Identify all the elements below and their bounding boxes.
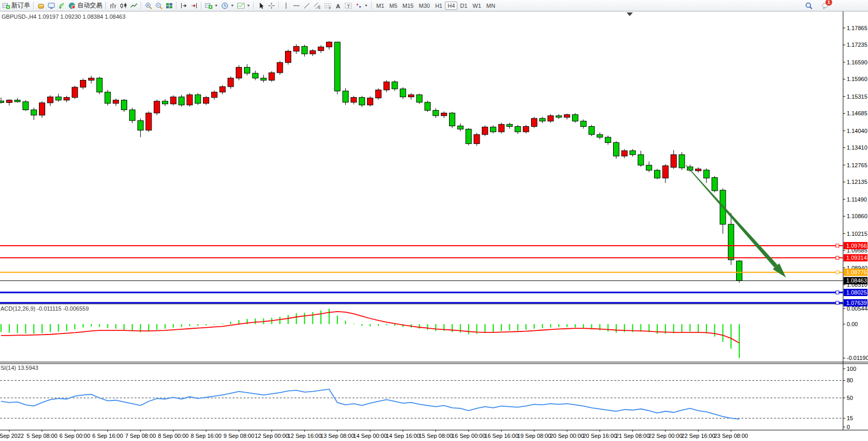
hline-icon xyxy=(293,2,300,9)
svg-text:22 Sep 00:00: 22 Sep 00:00 xyxy=(648,433,682,439)
svg-text:-0.011903: -0.011903 xyxy=(847,355,868,361)
time-axis[interactable]: 2 Sep 20225 Sep 08:006 Sep 00:006 Sep 16… xyxy=(0,430,748,439)
svg-text:100: 100 xyxy=(847,366,856,372)
channel-icon: E xyxy=(314,2,321,9)
timeframe-m15-button[interactable]: M15 xyxy=(400,2,416,10)
tile-windows-button[interactable] xyxy=(164,1,174,11)
chart-shift-marker[interactable] xyxy=(627,12,633,16)
svg-text:6 Sep 00:00: 6 Sep 00:00 xyxy=(60,433,90,439)
line-marker[interactable] xyxy=(836,301,839,304)
charts-button[interactable] xyxy=(46,1,57,11)
arrows-icon xyxy=(355,2,362,9)
zoom-out-button[interactable] xyxy=(154,1,164,11)
text-label-button[interactable]: T xyxy=(343,1,354,11)
timeframe-m1-button[interactable]: M1 xyxy=(374,2,387,10)
signals-button[interactable] xyxy=(57,1,67,11)
new-order-button-label: 新订单 xyxy=(11,1,30,10)
arrows-dropdown[interactable]: ▼ xyxy=(354,1,370,11)
crosshair-button[interactable] xyxy=(266,1,277,11)
cursor-button[interactable] xyxy=(256,1,266,11)
line-marker[interactable] xyxy=(836,291,839,294)
horizontal-price-lines[interactable] xyxy=(0,244,843,304)
candlestick-series xyxy=(0,41,742,283)
svg-text:1.14685: 1.14685 xyxy=(847,110,867,116)
market-button[interactable] xyxy=(36,1,46,11)
profiles-dropdown[interactable]: ▼ xyxy=(220,1,236,11)
timeframe-mn-button[interactable]: MN xyxy=(484,2,498,10)
timeframe-m30-button[interactable]: M30 xyxy=(416,2,432,10)
timeframe-w1-button[interactable]: W1 xyxy=(470,2,484,10)
indicators-dropdown[interactable]: ▼ xyxy=(236,1,252,11)
timeframe-h4-button[interactable]: H4 xyxy=(445,2,457,10)
candlestick-chart-button[interactable] xyxy=(118,1,129,11)
line-marker[interactable] xyxy=(836,256,839,259)
vertical-line-button[interactable] xyxy=(281,1,291,11)
autotrade-icon xyxy=(69,2,76,9)
svg-text:50: 50 xyxy=(847,395,853,401)
svg-text:15: 15 xyxy=(847,415,853,421)
equidistant-channel-button[interactable]: E xyxy=(312,1,322,11)
text-button[interactable]: A xyxy=(333,1,343,11)
fibonacci-button[interactable]: F xyxy=(322,1,333,11)
chart-shift-button[interactable] xyxy=(189,1,199,11)
notifications-button[interactable]: 1 xyxy=(820,1,831,11)
svg-text:2 Sep 2022: 2 Sep 2022 xyxy=(0,433,24,439)
timeframe-h1-button[interactable]: H1 xyxy=(432,2,445,10)
svg-text:0.005444: 0.005444 xyxy=(847,305,868,312)
auto-trading-button[interactable]: 自动交易 xyxy=(67,1,104,11)
chart-title: GBPUSD-,H4 1.09197 1.09230 1.08384 1.084… xyxy=(2,14,126,20)
macd-signal-line xyxy=(1,312,739,343)
line-marker[interactable] xyxy=(836,244,839,247)
svg-text:1.12765: 1.12765 xyxy=(847,162,867,168)
svg-text:14 Sep 16:00: 14 Sep 16:00 xyxy=(386,433,419,439)
chart-canvas[interactable]: 1.178651.172351.165901.159601.153151.146… xyxy=(0,11,868,441)
svg-text:1.08463: 1.08463 xyxy=(846,277,867,284)
fibo-icon: F xyxy=(324,2,331,9)
new-chart-dropdown[interactable]: ▼ xyxy=(204,1,220,11)
svg-text:0: 0 xyxy=(847,424,850,430)
svg-text:1.10860: 1.10860 xyxy=(847,213,867,219)
tline-icon xyxy=(303,2,310,9)
auto-scroll-button[interactable] xyxy=(179,1,189,11)
line-chart-button[interactable] xyxy=(129,1,139,11)
new-order-button[interactable]: 新订单 xyxy=(1,1,32,11)
vline-icon xyxy=(282,2,290,9)
price-axis[interactable]: 1.178651.172351.165901.159601.153151.146… xyxy=(843,25,867,306)
text-t-icon: T xyxy=(345,2,352,9)
toolbar-separator xyxy=(176,2,177,9)
cursor-icon xyxy=(257,2,265,9)
indicator-icon xyxy=(237,2,245,9)
crosshair-icon xyxy=(268,2,275,9)
zoom-out-icon xyxy=(155,2,162,9)
svg-text:1.08025: 1.08025 xyxy=(846,289,867,296)
zoom-in-button[interactable] xyxy=(143,1,154,11)
svg-text:1.17865: 1.17865 xyxy=(847,25,867,31)
rsi-indicator-label: SI(14) 13.5943 xyxy=(1,365,38,371)
trendline-button[interactable] xyxy=(302,1,312,11)
clock-icon xyxy=(221,2,228,9)
svg-text:6 Sep 16:00: 6 Sep 16:00 xyxy=(92,433,123,439)
toolbar-separator xyxy=(253,2,254,9)
svg-text:16 Sep 00:00: 16 Sep 00:00 xyxy=(452,433,485,439)
trend-arrow[interactable] xyxy=(686,165,786,278)
svg-text:15 Sep 08:00: 15 Sep 08:00 xyxy=(419,433,453,439)
svg-text:E: E xyxy=(318,6,321,9)
autoscroll-icon xyxy=(191,2,198,9)
macd-pane[interactable]: 0.0054440.00-0.011903 xyxy=(1,305,868,361)
timeframe-m5-button[interactable]: M5 xyxy=(387,2,400,10)
svg-text:80: 80 xyxy=(847,377,853,383)
bars-icon xyxy=(110,2,117,9)
bar-chart-button[interactable] xyxy=(108,1,118,11)
svg-text:1.15960: 1.15960 xyxy=(847,76,867,82)
monitor-icon xyxy=(48,2,55,9)
line-marker[interactable] xyxy=(836,271,839,274)
search-button[interactable] xyxy=(804,1,814,11)
svg-text:13 Sep 08:00: 13 Sep 08:00 xyxy=(320,433,354,439)
horizontal-line-button[interactable] xyxy=(291,1,302,11)
chevron-down-icon: ▼ xyxy=(214,4,218,7)
search-icon xyxy=(805,2,812,9)
pane-borders xyxy=(0,11,868,430)
timeframe-d1-button[interactable]: D1 xyxy=(457,2,470,10)
chevron-down-icon: ▼ xyxy=(230,4,234,7)
svg-text:23 Sep 08:00: 23 Sep 08:00 xyxy=(714,433,748,439)
